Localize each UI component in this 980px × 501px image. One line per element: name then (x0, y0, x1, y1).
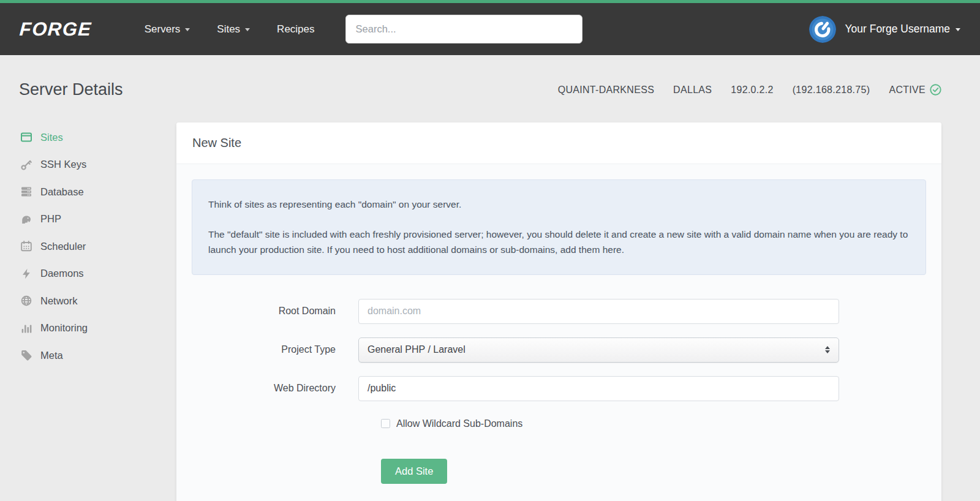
root-domain-label: Root Domain (192, 306, 358, 317)
chevron-down-icon (956, 28, 960, 31)
power-avatar-icon (809, 16, 836, 43)
sidebar-item-label: Sites (40, 132, 63, 143)
sidebar-item-label: SSH Keys (40, 159, 86, 170)
check-circle-icon (930, 84, 941, 96)
nav-item-sites-label: Sites (217, 23, 240, 36)
window-icon (19, 131, 34, 143)
forge-app: FORGE Servers Sites Recipes (0, 0, 980, 501)
key-icon (19, 159, 34, 171)
chevron-down-icon (185, 28, 190, 31)
sidebar-item-database[interactable]: Database (19, 178, 176, 206)
nav-item-servers-label: Servers (145, 23, 181, 36)
card-title: New Site (192, 136, 925, 150)
page-container: Server Details QUAINT-DARKNESS DALLAS 19… (0, 80, 980, 501)
card-header: New Site (176, 122, 941, 164)
globe-icon (19, 295, 34, 307)
user-menu[interactable]: Your Forge Username (809, 16, 960, 43)
project-type-select[interactable]: General PHP / Laravel (358, 337, 839, 363)
new-site-card: New Site Think of sites as representing … (176, 122, 941, 501)
nav-links: Servers Sites Recipes (145, 23, 315, 36)
wildcard-row: Allow Wildcard Sub-Domains (381, 418, 926, 429)
info-paragraph-1: Think of sites as representing each "dom… (208, 197, 910, 213)
status-label: ACTIVE (889, 85, 925, 96)
root-domain-input[interactable] (358, 299, 839, 324)
sidebar-item-meta[interactable]: Meta (19, 342, 176, 369)
server-meta: QUAINT-DARKNESS DALLAS 192.0.2.2 (192.16… (558, 84, 941, 96)
wildcard-checkbox[interactable] (381, 419, 390, 428)
server-region: DALLAS (673, 85, 712, 96)
select-stepper-icon (825, 346, 830, 354)
project-type-value: General PHP / Laravel (368, 344, 466, 355)
card-body: Think of sites as representing each "dom… (176, 164, 941, 501)
sidebar-item-label: Scheduler (40, 241, 86, 252)
chevron-down-icon (245, 28, 250, 31)
search-input[interactable] (345, 15, 582, 43)
page-title: Server Details (19, 80, 123, 99)
server-name: QUAINT-DARKNESS (558, 85, 654, 96)
content-area: Sites SSH Keys (19, 122, 941, 501)
sidebar-item-network[interactable]: Network (19, 287, 176, 315)
sidebar-item-label: Daemons (40, 268, 84, 279)
add-site-button[interactable]: Add Site (381, 459, 447, 484)
tag-icon (19, 349, 34, 361)
sidebar-item-daemons[interactable]: Daemons (19, 260, 176, 288)
sidebar-item-php[interactable]: PHP (19, 206, 176, 233)
bar-chart-icon (19, 322, 34, 334)
wildcard-label: Allow Wildcard Sub-Domains (396, 418, 522, 429)
top-navbar: FORGE Servers Sites Recipes (0, 3, 980, 55)
calendar-icon (19, 240, 34, 252)
sidebar-item-label: Database (40, 186, 84, 198)
sidebar-item-label: PHP (40, 213, 61, 225)
server-private-ip: (192.168.218.75) (793, 85, 870, 96)
sidebar-item-label: Meta (40, 350, 63, 361)
status-badge: ACTIVE (889, 84, 941, 96)
nav-item-recipes[interactable]: Recipes (277, 23, 314, 36)
server-ip: 192.0.2.2 (731, 85, 773, 96)
search-container (345, 15, 582, 43)
info-box: Think of sites as representing each "dom… (192, 179, 926, 275)
nav-item-recipes-label: Recipes (277, 23, 314, 36)
project-type-label: Project Type (192, 344, 358, 355)
page-header: Server Details QUAINT-DARKNESS DALLAS 19… (19, 80, 941, 99)
sidebar-item-label: Network (40, 295, 78, 307)
sidebar-item-label: Monitoring (40, 322, 88, 334)
username: Your Forge Username (845, 23, 960, 36)
bolt-icon (19, 268, 34, 280)
sidebar-item-ssh-keys[interactable]: SSH Keys (19, 151, 176, 179)
submit-row: Add Site (381, 459, 926, 484)
web-directory-label: Web Directory (192, 383, 358, 394)
sidebar-item-sites[interactable]: Sites (19, 124, 176, 151)
nav-item-servers[interactable]: Servers (145, 23, 190, 36)
web-directory-input[interactable] (358, 376, 839, 401)
sidebar: Sites SSH Keys (19, 122, 176, 369)
web-directory-row: Web Directory (192, 376, 926, 401)
project-type-row: Project Type General PHP / Laravel (192, 337, 926, 363)
elephant-icon (19, 213, 34, 225)
info-paragraph-2: The "default" site is included with each… (208, 227, 910, 258)
username-label: Your Forge Username (845, 23, 950, 36)
root-domain-row: Root Domain (192, 299, 926, 324)
sidebar-item-scheduler[interactable]: Scheduler (19, 233, 176, 260)
sidebar-item-monitoring[interactable]: Monitoring (19, 315, 176, 342)
nav-item-sites[interactable]: Sites (217, 23, 250, 36)
forge-logo[interactable]: FORGE (19, 18, 92, 40)
database-icon (19, 186, 34, 198)
